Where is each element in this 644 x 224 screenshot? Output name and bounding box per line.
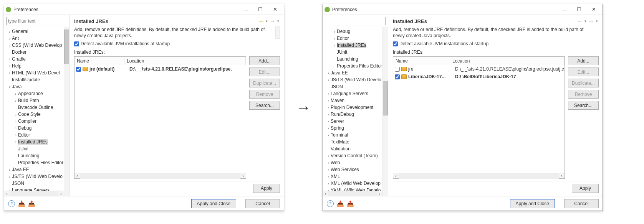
desc-scrollbar[interactable] <box>275 26 280 39</box>
tree-item[interactable]: Maven <box>323 97 388 104</box>
expand-icon[interactable] <box>326 167 331 172</box>
help-icon[interactable]: ? <box>8 200 15 207</box>
expand-icon[interactable] <box>13 119 18 124</box>
expand-icon[interactable] <box>7 71 12 75</box>
help-icon[interactable]: ? <box>327 200 334 207</box>
tree-item[interactable]: Language Servers <box>323 90 388 97</box>
expand-icon[interactable] <box>326 91 331 96</box>
cancel-button[interactable]: Cancel <box>245 199 280 208</box>
tree-hscrollbar[interactable]: ‹› <box>4 191 64 196</box>
tree-item[interactable]: Ant <box>4 35 69 42</box>
expand-icon[interactable] <box>326 77 331 82</box>
back-icon[interactable]: ⇦ <box>576 18 583 24</box>
tree-item[interactable]: HTML (Wild Web Devel <box>4 69 69 76</box>
add-button[interactable]: Add... <box>249 56 280 65</box>
forward-menu-icon[interactable]: ▾ <box>595 19 599 23</box>
tree-item[interactable]: JSON <box>323 83 388 90</box>
detect-jvm-checkbox[interactable]: Detect available JVM installations at st… <box>74 41 280 46</box>
cancel-button[interactable]: Cancel <box>564 199 599 208</box>
close-button[interactable] <box>586 4 601 15</box>
tree-item[interactable]: Install/Update <box>4 76 69 83</box>
tree-item[interactable]: Java <box>4 83 69 90</box>
duplicate-button[interactable]: Duplicate... <box>249 79 280 87</box>
expand-icon[interactable] <box>326 160 331 165</box>
back-icon[interactable]: ⇦ <box>258 18 264 24</box>
tree-item[interactable]: General <box>4 28 69 35</box>
tree-item[interactable]: Build Path <box>4 97 69 104</box>
tree-scrollbar[interactable] <box>382 27 388 196</box>
expand-icon[interactable] <box>13 126 18 130</box>
forward-menu-icon[interactable]: ▾ <box>276 19 280 23</box>
maximize-button[interactable] <box>572 4 586 15</box>
forward-icon[interactable]: ⇨ <box>588 18 594 24</box>
tree-item[interactable]: Terminal <box>323 132 388 138</box>
expand-icon[interactable] <box>326 119 331 124</box>
table-row[interactable]: LibericaJDK-17...D:\ \BellSoft\LibericaJ… <box>393 73 565 81</box>
import-icon[interactable]: 📥 <box>18 200 25 207</box>
tree-item[interactable]: Spring <box>323 125 388 132</box>
expand-icon[interactable] <box>13 112 18 117</box>
minimize-button[interactable] <box>238 4 253 15</box>
detect-jvm-check[interactable] <box>393 41 398 46</box>
tree-item[interactable]: Web Services <box>323 166 388 173</box>
tree-item[interactable]: Plug-in Development <box>323 104 388 111</box>
back-menu-icon[interactable]: ▾ <box>265 19 268 23</box>
tree-item[interactable]: Properties Files Editor <box>323 63 388 69</box>
tree-item[interactable]: Appearance <box>4 90 69 97</box>
tree-item[interactable]: Java EE <box>323 69 388 76</box>
tree-item[interactable]: Properties Files Editor <box>4 159 69 166</box>
tree-item[interactable]: JSON <box>4 180 69 187</box>
close-button[interactable] <box>268 4 282 15</box>
tree-item[interactable]: Docker <box>4 49 69 56</box>
tree-item[interactable]: Editor <box>323 35 388 42</box>
expand-icon[interactable] <box>326 133 331 137</box>
tree-item[interactable]: JUnit <box>4 145 69 152</box>
table-hscrollbar[interactable]: ‹› <box>393 173 565 178</box>
col-location[interactable]: Location <box>124 57 246 65</box>
expand-icon[interactable] <box>326 181 331 186</box>
tree-item[interactable]: CSS (Wild Web Develop <box>4 42 69 49</box>
expand-icon[interactable] <box>332 36 337 41</box>
jre-table[interactable]: Name Location jre (default)D:\_ _\sts-4.… <box>74 56 246 179</box>
apply-close-button[interactable]: Apply and Close <box>191 199 236 208</box>
tree-item[interactable]: Editor <box>4 132 69 138</box>
tree-item[interactable]: Gradle <box>4 56 69 63</box>
expand-icon[interactable] <box>13 91 18 96</box>
import-icon[interactable]: 📥 <box>337 200 344 207</box>
export-icon[interactable]: 📤 <box>347 200 354 207</box>
expand-icon[interactable] <box>326 105 331 110</box>
tree-item[interactable]: Validation <box>323 145 388 152</box>
tree-item[interactable]: Code Style <box>4 111 69 118</box>
expand-icon[interactable] <box>7 29 12 34</box>
detect-jvm-checkbox[interactable]: Detect available JVM installations at st… <box>393 41 599 46</box>
expand-icon[interactable] <box>332 43 337 48</box>
tree-item[interactable]: Server <box>323 118 388 125</box>
tree-item[interactable]: Debug <box>4 125 69 132</box>
tree-item[interactable]: JUnit <box>323 49 388 56</box>
expand-icon[interactable] <box>13 140 18 144</box>
jre-checkbox[interactable] <box>76 67 81 72</box>
tree-item[interactable]: Launching <box>4 152 69 159</box>
tree-item[interactable]: Version Control (Team) <box>323 152 388 159</box>
apply-button[interactable]: Apply <box>572 184 599 193</box>
tree-item[interactable]: JS/TS (Wild Web Develo <box>323 76 388 83</box>
apply-button[interactable]: Apply <box>253 184 280 193</box>
expand-icon[interactable] <box>7 167 12 172</box>
search-button[interactable]: Search... <box>249 101 280 110</box>
remove-button[interactable]: Remove <box>249 90 280 99</box>
expand-icon[interactable] <box>326 98 331 103</box>
back-menu-icon[interactable]: ▾ <box>583 19 587 23</box>
apply-close-button[interactable]: Apply and Close <box>510 199 555 208</box>
detect-jvm-check[interactable] <box>74 41 79 46</box>
search-button[interactable]: Search... <box>568 101 599 110</box>
jre-checkbox[interactable] <box>395 67 400 72</box>
tree-item[interactable]: Bytecode Outline <box>4 104 69 111</box>
col-name[interactable]: Name <box>74 57 124 65</box>
expand-icon[interactable] <box>7 64 12 68</box>
tree-scrollbar[interactable] <box>64 27 69 196</box>
tree-item[interactable]: Installed JREs <box>323 42 388 49</box>
expand-icon[interactable] <box>7 174 12 179</box>
expand-icon[interactable] <box>13 98 18 103</box>
jre-table[interactable]: Name Location jreD:\_ _\sts-4.21.0.RELEA… <box>393 56 565 179</box>
jre-checkbox[interactable] <box>395 74 400 79</box>
